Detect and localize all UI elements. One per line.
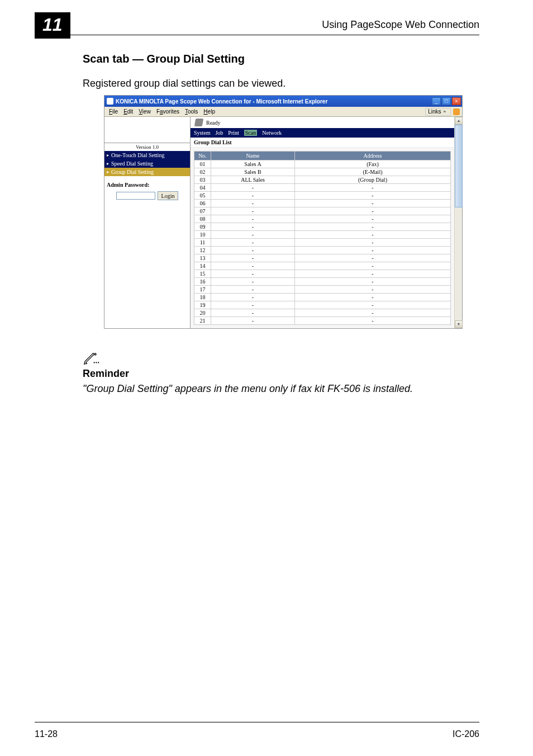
cell-name: - — [211, 309, 295, 317]
cell-no: 05 — [194, 192, 211, 200]
window-titlebar: KONICA MINOLTA Page Scope Web Connection… — [104, 96, 462, 107]
cell-name: - — [211, 254, 295, 262]
svg-point-1 — [96, 362, 97, 363]
cell-name: - — [211, 262, 295, 270]
links-toolbar[interactable]: Links » — [425, 108, 451, 116]
tab-system[interactable]: System — [194, 130, 210, 136]
cell-address: - — [295, 317, 451, 325]
table-row: 07-- — [194, 207, 451, 215]
cell-address: - — [295, 301, 451, 309]
table-row: 20-- — [194, 309, 451, 317]
cell-address: - — [295, 184, 451, 192]
col-header-name: Name — [211, 152, 295, 160]
cell-name: - — [211, 231, 295, 239]
arrow-icon: ▸ — [107, 153, 109, 158]
cell-address: - — [295, 270, 451, 278]
close-button[interactable]: × — [452, 97, 461, 105]
cell-address: - — [295, 254, 451, 262]
login-button[interactable]: Login — [158, 191, 179, 200]
cell-address: - — [295, 286, 451, 294]
table-row: 15-- — [194, 270, 451, 278]
header-rule — [35, 35, 479, 35]
cell-address: (Fax) — [295, 160, 451, 168]
links-label: Links — [428, 108, 441, 115]
cell-name: Sales B — [211, 168, 295, 176]
sidebar-item-group-dial[interactable]: ▸ Group Dial Setting — [104, 168, 190, 176]
admin-login-block: Admin Password: Login — [104, 176, 190, 206]
note-pencil-icon — [83, 349, 99, 366]
menu-help[interactable]: Help — [201, 108, 217, 115]
cell-name: ALL Sales — [211, 176, 295, 184]
menu-favorites[interactable]: Favorites — [154, 108, 182, 115]
cell-address: (E-Mail) — [295, 168, 451, 176]
cell-name: - — [211, 294, 295, 301]
cell-name: Sales A — [211, 160, 295, 168]
menu-view[interactable]: View — [136, 108, 153, 115]
cell-no: 07 — [194, 207, 211, 215]
version-label: Version 1.0 — [104, 143, 190, 151]
col-header-no: No. — [194, 152, 211, 160]
cell-name: - — [211, 200, 295, 207]
cell-address: - — [295, 207, 451, 215]
cell-address: - — [295, 262, 451, 270]
svg-point-2 — [98, 362, 99, 363]
cell-address: - — [295, 247, 451, 254]
reminder-heading: Reminder — [83, 368, 466, 380]
printer-status-icon — [194, 119, 203, 126]
table-row: 17-- — [194, 286, 451, 294]
sidebar-item-label: One-Touch Dial Setting — [111, 152, 164, 158]
sidebar: Version 1.0 ▸ One-Touch Dial Setting ▸ S… — [104, 117, 191, 328]
admin-password-input[interactable] — [116, 192, 155, 200]
cell-no: 08 — [194, 215, 211, 223]
tab-network[interactable]: Network — [262, 130, 282, 136]
cell-no: 06 — [194, 200, 211, 207]
cell-no: 02 — [194, 168, 211, 176]
table-row: 18-- — [194, 294, 451, 301]
scroll-up-button[interactable]: ▲ — [455, 117, 463, 125]
reminder-block: Reminder "Group Dial Setting" appears in… — [83, 349, 466, 395]
cell-name: - — [211, 192, 295, 200]
menu-file[interactable]: File — [107, 108, 120, 115]
scrollbar-track[interactable]: ▲ ▼ — [454, 117, 462, 328]
cell-no: 09 — [194, 223, 211, 231]
table-row: 01Sales A(Fax) — [194, 160, 451, 168]
table-row: 14-- — [194, 262, 451, 270]
table-row: 04-- — [194, 184, 451, 192]
tab-scan[interactable]: Scan — [244, 130, 257, 136]
cell-address: (Group Dial) — [295, 176, 451, 184]
sidebar-item-one-touch[interactable]: ▸ One-Touch Dial Setting — [104, 151, 190, 159]
sidebar-item-speed-dial[interactable]: ▸ Speed Dial Setting — [104, 159, 190, 168]
cell-no: 14 — [194, 262, 211, 270]
cell-no: 10 — [194, 231, 211, 239]
maximize-button[interactable]: □ — [442, 97, 451, 105]
cell-address: - — [295, 278, 451, 286]
pane-body: No. Name Address 01Sales A(Fax)02Sales B… — [191, 148, 454, 328]
table-row: 03ALL Sales(Group Dial) — [194, 176, 451, 184]
table-row: 09-- — [194, 223, 451, 231]
screenshot-window: KONICA MINOLTA Page Scope Web Connection… — [104, 95, 463, 329]
table-row: 12-- — [194, 247, 451, 254]
menu-edit[interactable]: Edit — [121, 108, 135, 115]
minimize-button[interactable]: _ — [432, 97, 441, 105]
tab-print[interactable]: Print — [228, 130, 239, 136]
menu-tools[interactable]: Tools — [183, 108, 200, 115]
scroll-thumb[interactable] — [455, 125, 463, 207]
cell-name: - — [211, 286, 295, 294]
cell-address: - — [295, 200, 451, 207]
cell-no: 19 — [194, 301, 211, 309]
window-title: KONICA MINOLTA Page Scope Web Connection… — [116, 98, 327, 105]
sidebar-item-label: Speed Dial Setting — [111, 160, 153, 167]
cell-name: - — [211, 317, 295, 325]
footer-model: IC-206 — [453, 729, 479, 739]
arrow-icon: ▸ — [107, 161, 109, 166]
scroll-down-button[interactable]: ▼ — [455, 320, 463, 328]
cell-no: 03 — [194, 176, 211, 184]
arrow-icon: ▸ — [107, 169, 109, 174]
page-header-title: Using PageScope Web Connection — [322, 19, 479, 31]
cell-name: - — [211, 301, 295, 309]
cell-address: - — [295, 294, 451, 301]
cell-address: - — [295, 309, 451, 317]
tab-job[interactable]: Job — [215, 130, 223, 136]
reminder-text: "Group Dial Setting" appears in the menu… — [83, 382, 466, 395]
tabs-bar: System Job Print Scan Network — [191, 128, 454, 138]
